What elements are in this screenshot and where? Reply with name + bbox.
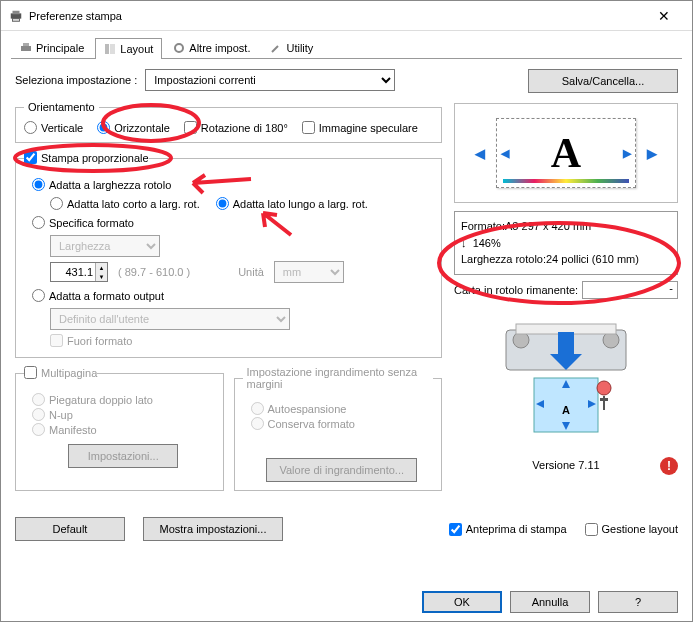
- layout-icon: [104, 43, 116, 55]
- tab-utility[interactable]: Utility: [261, 37, 322, 58]
- select-setting-label: Seleziona impostazione :: [15, 74, 137, 86]
- window-title: Preferenze stampa: [29, 10, 644, 22]
- ok-button[interactable]: OK: [422, 591, 502, 613]
- svg-rect-4: [23, 43, 29, 46]
- tab-bar: Principale Layout Altre impost. Utility: [1, 31, 692, 58]
- letter-a-icon: A: [551, 129, 581, 177]
- radio-fit-long[interactable]: Adatta lato lungo a larg. rot.: [216, 197, 368, 210]
- check-mirror[interactable]: Immagine speculare: [302, 121, 418, 134]
- tab-main[interactable]: Principale: [11, 37, 93, 58]
- tab-layout[interactable]: Layout: [95, 38, 162, 59]
- save-delete-button[interactable]: Salva/Cancella...: [528, 69, 678, 93]
- multipage-group: Multipagina Piegatura doppio lato N-up M…: [15, 366, 224, 491]
- alert-icon[interactable]: !: [660, 457, 678, 475]
- output-size-combo: Definito dall'utente: [50, 308, 290, 330]
- multipage-settings-button: Impostazioni...: [68, 444, 178, 468]
- check-rotate180[interactable]: Rotazione di 180°: [184, 121, 288, 134]
- unit-combo: mm: [274, 261, 344, 283]
- roll-remaining-value: -: [582, 281, 678, 299]
- radio-nup: N-up: [32, 408, 73, 421]
- spin-down-icon[interactable]: ▼: [95, 272, 107, 281]
- radio-autoexpand: Autoespansione: [251, 402, 347, 415]
- svg-rect-3: [21, 46, 31, 51]
- svg-point-7: [175, 44, 183, 52]
- radio-poster: Manifesto: [32, 423, 97, 436]
- orientation-group: Orientamento Verticale Orizzontale Rotaz…: [15, 101, 442, 143]
- orientation-preview: ◀ ▶ ◀ ▶ A: [454, 103, 678, 203]
- version-label: Versione 7.11: [454, 459, 678, 471]
- svg-point-19: [597, 381, 611, 395]
- borderless-group: Impostazione ingrandimento senza margini…: [234, 366, 443, 491]
- printer-icon: [9, 9, 23, 23]
- wrench-icon: [270, 42, 282, 54]
- svg-rect-1: [13, 10, 20, 14]
- select-setting-combo[interactable]: Impostazioni correnti: [145, 69, 395, 91]
- gear-icon: [173, 42, 185, 54]
- svg-rect-5: [105, 44, 109, 54]
- default-button[interactable]: Default: [15, 517, 125, 541]
- radio-specify-format[interactable]: Specifica formato: [32, 216, 134, 229]
- spin-up-icon[interactable]: ▲: [95, 263, 107, 272]
- radio-fit-roll[interactable]: Adatta a larghezza rotolo: [32, 178, 171, 191]
- width-range: ( 89.7 - 610.0 ): [118, 266, 190, 278]
- radio-fit-short[interactable]: Adatta lato corto a larg. rot.: [50, 197, 200, 210]
- check-print-preview[interactable]: Anteprima di stampa: [449, 523, 567, 536]
- radio-retain: Conserva formato: [251, 417, 355, 430]
- down-arrow-icon: ↓: [461, 237, 467, 249]
- unit-label: Unità: [238, 266, 264, 278]
- width-spinner[interactable]: ▲▼: [50, 262, 108, 282]
- radio-fold: Piegatura doppio lato: [32, 393, 153, 406]
- roll-remaining-label: Carta in rotolo rimanente:: [454, 284, 578, 296]
- svg-rect-21: [600, 398, 608, 401]
- svg-rect-6: [110, 44, 115, 54]
- svg-rect-2: [13, 18, 20, 21]
- check-oversize: Fuori formato: [50, 334, 132, 347]
- close-icon[interactable]: ✕: [644, 8, 684, 24]
- printer-preview: A: [454, 305, 678, 455]
- show-settings-button[interactable]: Mostra impostazioni...: [143, 517, 283, 541]
- width-dim-combo: Larghezza: [50, 235, 160, 257]
- check-multipage[interactable]: Multipagina: [24, 366, 97, 379]
- svg-text:A: A: [562, 404, 570, 416]
- format-label: Formato:A3 297 x 420 mm: [461, 218, 671, 235]
- tab-other[interactable]: Altre impost.: [164, 37, 259, 58]
- radio-vertical[interactable]: Verticale: [24, 121, 83, 134]
- cancel-button[interactable]: Annulla: [510, 591, 590, 613]
- scale-value: 146%: [473, 237, 501, 249]
- printer-small-icon: [20, 42, 32, 54]
- size-info-box: Formato:A3 297 x 420 mm ↓ 146% Larghezza…: [454, 211, 678, 275]
- enlargement-button: Valore di ingrandimento...: [266, 458, 417, 482]
- help-button[interactable]: ?: [598, 591, 678, 613]
- radio-fit-output[interactable]: Adatta a formato output: [32, 289, 164, 302]
- proportional-group: Stampa proporzionale Adatta a larghezza …: [15, 151, 442, 358]
- check-layout-manager[interactable]: Gestione layout: [585, 523, 678, 536]
- rollwidth-label: Larghezza rotolo:24 pollici (610 mm): [461, 251, 671, 268]
- check-proportional[interactable]: Stampa proporzionale: [24, 151, 149, 164]
- radio-horizontal[interactable]: Orizzontale: [97, 121, 170, 134]
